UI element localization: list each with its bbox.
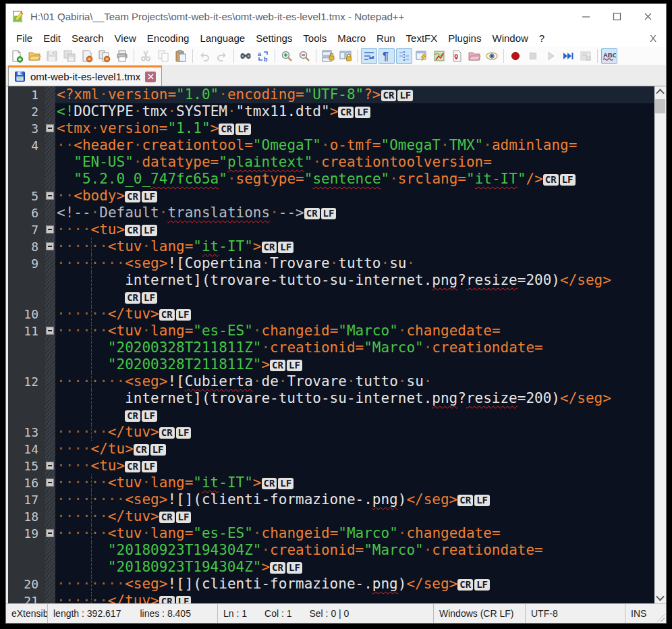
indent-guide-button[interactable] [396,48,412,64]
line-number[interactable] [8,390,45,407]
code-line[interactable]: "EN-US"·datatype="plaintext"·creationtoo… [55,154,654,171]
replace-button[interactable]: ab [255,48,271,64]
code-line[interactable]: internet](trovare-tutto-su-internet.png?… [55,390,654,407]
code-line[interactable]: ······<tuv·lang="es-ES"·changeid="Marco"… [55,323,654,339]
print-button[interactable] [114,48,130,64]
line-number[interactable]: 16 [8,474,45,491]
code-line[interactable]: <!DOCTYPE·tmx·SYSTEM·"tmx11.dtd">CRLF [55,103,654,120]
line-number[interactable]: 9 [8,255,45,272]
code-line[interactable]: ········<seg>![Copertina·Trovare·tutto·s… [55,255,654,272]
status-encoding[interactable]: UTF-8 [526,604,625,623]
code-line[interactable]: ······</tuv>CRLF [55,424,654,441]
menu-encoding[interactable]: Encoding [142,32,195,44]
menu-plugins[interactable]: Plugins [443,32,486,44]
line-number[interactable]: 10 [8,306,45,323]
code-line[interactable]: ······</tuv>CRLF [55,306,654,323]
copy-button[interactable] [155,48,171,64]
undo-button[interactable] [196,48,213,64]
line-number[interactable]: 19 [8,525,45,542]
line-number[interactable]: 4 [8,137,45,154]
word-wrap-button[interactable] [361,48,377,64]
save-all-button[interactable] [61,48,78,64]
fold-collapse-icon[interactable] [46,529,54,537]
code-line[interactable]: <!--·Default·translations·-->CRLF [55,204,654,221]
zoom-out-button[interactable] [296,48,312,64]
sync-horizontal-button[interactable] [337,48,354,64]
tab-close-button[interactable] [145,72,156,82]
code-line[interactable]: ····</tu>CRLF [55,441,654,458]
menu-run[interactable]: Run [371,32,401,44]
code-line[interactable]: "5.2.0_0_747fc65a"·segtype="sentence"·sr… [55,171,654,188]
show-all-characters-button[interactable]: ¶ [379,48,395,64]
function-list-button[interactable] [414,48,430,64]
new-file-button[interactable] [9,48,25,64]
close-file-button[interactable] [79,48,95,64]
scroll-down-icon[interactable] [654,592,666,603]
code-line[interactable]: ··<header·creationtool="OmegaT"·o-tmf="O… [55,137,654,154]
line-number[interactable] [8,559,45,576]
line-number[interactable] [8,542,45,559]
menu-window[interactable]: Window [486,32,533,44]
menu-help[interactable]: ? [534,32,550,44]
code-line[interactable]: ······</tuv>CRLF [55,593,654,603]
line-number[interactable] [8,339,45,356]
fold-collapse-icon[interactable] [46,124,54,132]
status-eol-format[interactable]: Windows (CR LF) [434,604,526,623]
code-line[interactable]: ······</tuv>CRLF [55,508,654,525]
sync-vertical-button[interactable] [320,48,336,64]
code-line[interactable]: ····<tu>CRLF [55,221,654,238]
spell-check-button[interactable]: ABC [601,48,617,64]
line-number[interactable] [8,154,45,171]
code-line[interactable]: ······<tuv·lang="es-ES"·changeid="Marco"… [55,525,654,542]
menu-search[interactable]: Search [66,32,109,44]
cut-button[interactable] [138,48,154,64]
line-number[interactable] [8,289,45,306]
menu-tools[interactable]: Tools [298,32,332,44]
find-button[interactable] [237,48,254,64]
scrollbar-thumb[interactable] [655,99,665,113]
code-line[interactable]: "20200328T211811Z"·creationid="Marco"·cr… [55,339,654,356]
macro-save-button[interactable] [578,48,594,64]
save-button[interactable] [44,48,60,64]
menu-edit[interactable]: Edit [38,32,66,44]
open-file-button[interactable] [26,48,43,64]
line-number[interactable]: 1 [8,86,45,103]
code-line[interactable]: "20200328T211811Z">CRLF [55,356,654,373]
code-line[interactable]: ······<tuv·lang="it-IT">CRLF [55,238,654,255]
macro-run-multi-button[interactable] [560,48,576,64]
line-number[interactable]: 6 [8,204,45,221]
menu-file[interactable]: File [11,32,38,44]
code-line[interactable]: CRLF [55,407,654,424]
code-line[interactable]: ········<seg>![](clienti-formazione-.png… [55,576,654,593]
menu-macro[interactable]: Macro [332,32,371,44]
redo-button[interactable] [214,48,230,64]
code-line[interactable]: <?xml·version="1.0"·encoding="UTF-8"?>CR… [55,86,654,103]
macro-record-button[interactable] [507,48,524,64]
code-line[interactable]: ········<seg>![Cubierta·de·Trovare·tutto… [55,373,654,390]
line-number[interactable]: 2 [8,103,45,120]
folder-workspace-button[interactable] [466,48,482,64]
resize-grip[interactable] [656,613,665,622]
code-line[interactable]: CRLF [55,289,654,306]
code-line[interactable]: <tmx·version="1.1">CRLF [55,120,654,137]
line-number[interactable]: 21 [8,593,45,603]
maximize-button[interactable] [601,4,632,29]
line-number[interactable]: 14 [8,441,45,458]
macro-play-button[interactable] [542,48,559,64]
tab-omt-web-it-es-level1[interactable]: omt-web-it-es-level1.tmx [8,65,162,86]
menu-view[interactable]: View [109,32,142,44]
fold-collapse-icon[interactable] [46,242,54,250]
vertical-scrollbar[interactable] [654,86,666,603]
document-map-button[interactable] [431,48,447,64]
line-number[interactable]: 3 [8,120,45,137]
scroll-up-icon[interactable] [654,86,666,98]
close-button[interactable] [632,4,663,29]
line-number[interactable]: 11 [8,323,45,339]
line-number[interactable] [8,272,45,289]
line-number[interactable]: 17 [8,491,45,508]
code-line[interactable]: ····<tu>CRLF [55,458,654,474]
code-line[interactable]: "20180923T194304Z">CRLF [55,559,654,576]
menubar-close-icon[interactable]: X [650,32,656,44]
paste-button[interactable] [173,48,189,64]
line-number[interactable]: 5 [8,188,45,204]
